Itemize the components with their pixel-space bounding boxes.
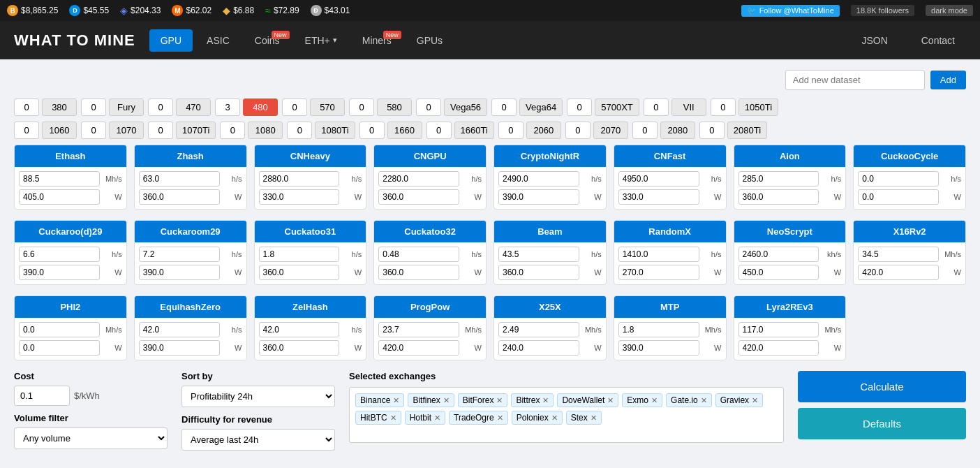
- nav-gpus[interactable]: GPUs: [406, 29, 454, 52]
- algo-hashrate-cryptonightr[interactable]: [498, 171, 579, 187]
- algo-hashrate-cuckarood29[interactable]: [19, 247, 100, 262]
- gpu-count-1050ti[interactable]: [711, 98, 736, 116]
- algo-header-progpow[interactable]: ProgPow: [374, 296, 486, 318]
- algo-power-cuckoo[interactable]: [858, 189, 939, 205]
- algo-header-cnheavy[interactable]: CNHeavy: [255, 145, 366, 167]
- nav-contact[interactable]: Contact: [910, 29, 966, 52]
- algo-hashrate-cuckoo[interactable]: [858, 171, 939, 187]
- remove-bitforex[interactable]: ✕: [496, 396, 503, 405]
- gpu-label-470[interactable]: 470: [176, 98, 211, 116]
- algo-hashrate-cngpu[interactable]: [378, 171, 459, 187]
- algo-power-mtp[interactable]: [618, 340, 699, 356]
- gpu-count-1060[interactable]: [14, 122, 39, 139]
- gpu-count-1070[interactable]: [81, 122, 106, 139]
- gpu-label-1070ti[interactable]: 1070Ti: [176, 122, 216, 139]
- gpu-count-1660ti[interactable]: [426, 122, 452, 139]
- gpu-label-vii[interactable]: VII: [671, 98, 706, 116]
- algo-power-progpow[interactable]: [378, 340, 459, 356]
- remove-graviex[interactable]: ✕: [752, 396, 758, 405]
- gpu-count-2070[interactable]: [565, 122, 591, 139]
- algo-header-equihashzero[interactable]: EquihashZero: [135, 296, 246, 318]
- algo-power-cuckatoo31[interactable]: [259, 265, 340, 280]
- remove-tradeogre[interactable]: ✕: [497, 414, 503, 423]
- gpu-count-2060[interactable]: [498, 122, 524, 139]
- algo-power-x25x[interactable]: [498, 340, 579, 356]
- nav-coins[interactable]: Coins New: [244, 29, 291, 52]
- algo-power-cryptonightr[interactable]: [498, 189, 579, 205]
- gpu-count-470[interactable]: [148, 98, 173, 116]
- algo-power-zhash[interactable]: [139, 189, 220, 205]
- algo-header-cryptonightr[interactable]: CryptoNightR: [494, 145, 606, 167]
- gpu-count-vii[interactable]: [644, 98, 669, 116]
- gpu-label-580[interactable]: 580: [377, 98, 412, 116]
- algo-power-cngpu[interactable]: [378, 189, 459, 205]
- remove-hotbit[interactable]: ✕: [434, 414, 440, 423]
- algo-header-cuckaroom29[interactable]: Cuckaroom29: [135, 221, 246, 242]
- algo-header-beam[interactable]: Beam: [494, 221, 606, 242]
- gpu-count-1070ti[interactable]: [148, 122, 173, 139]
- add-dataset-button[interactable]: Add: [930, 71, 966, 89]
- gpu-label-380[interactable]: 380: [42, 98, 77, 116]
- algo-power-cnfast[interactable]: [618, 189, 699, 205]
- algo-power-beam[interactable]: [498, 265, 579, 280]
- algo-hashrate-cnfast[interactable]: [618, 171, 699, 187]
- algo-power-x16rv2[interactable]: [858, 265, 939, 280]
- algo-header-cnfast[interactable]: CNFast: [614, 145, 726, 167]
- algo-header-cuckarood29[interactable]: Cuckaroo(d)29: [15, 221, 126, 242]
- algo-hashrate-x16rv2[interactable]: [858, 247, 939, 262]
- difficulty-select[interactable]: Average last 24h Current Average last 7d: [181, 429, 335, 451]
- algo-hashrate-aion[interactable]: [738, 171, 819, 187]
- gpu-count-580[interactable]: [349, 98, 374, 116]
- gpu-label-570[interactable]: 570: [310, 98, 345, 116]
- gpu-count-570[interactable]: [282, 98, 307, 116]
- nav-gpu[interactable]: GPU: [149, 29, 193, 52]
- algo-power-neoscrypt[interactable]: [738, 265, 819, 280]
- algo-header-x16rv2[interactable]: X16Rv2: [854, 221, 965, 242]
- gpu-count-fury[interactable]: [81, 98, 106, 116]
- algo-power-cuckatoo32[interactable]: [378, 265, 459, 280]
- dataset-input[interactable]: [785, 70, 925, 90]
- algo-power-phi2[interactable]: [19, 340, 100, 356]
- algo-hashrate-cnheavy[interactable]: [259, 171, 340, 187]
- algo-power-cnheavy[interactable]: [259, 189, 340, 205]
- algo-hashrate-lyra2rev3[interactable]: [738, 322, 819, 337]
- gpu-label-fury[interactable]: Fury: [109, 98, 144, 116]
- algo-hashrate-beam[interactable]: [498, 247, 579, 262]
- gpu-count-1080[interactable]: [220, 122, 245, 139]
- gpu-label-480[interactable]: 480: [243, 98, 278, 116]
- nav-miners[interactable]: Miners New: [351, 29, 403, 52]
- algo-hashrate-neoscrypt[interactable]: [738, 247, 819, 262]
- algo-header-x25x[interactable]: X25X: [494, 296, 606, 318]
- algo-hashrate-mtp[interactable]: [618, 322, 699, 337]
- cost-input[interactable]: [14, 386, 70, 406]
- algo-power-lyra2rev3[interactable]: [738, 340, 819, 356]
- gpu-count-1080ti[interactable]: [287, 122, 312, 139]
- remove-exmo[interactable]: ✕: [651, 396, 658, 405]
- algo-header-lyra2rev3[interactable]: Lyra2REv3: [734, 296, 846, 318]
- algo-power-cuckarood29[interactable]: [19, 265, 100, 280]
- algo-header-cuckatoo31[interactable]: Cuckatoo31: [255, 221, 366, 242]
- algo-hashrate-cuckaroom29[interactable]: [139, 247, 220, 262]
- algo-power-aion[interactable]: [738, 189, 819, 205]
- algo-header-cuckoo[interactable]: CuckooCycle: [854, 145, 965, 167]
- algo-header-randomx[interactable]: RandomX: [614, 221, 726, 242]
- defaults-button[interactable]: Defaults: [798, 408, 966, 439]
- gpu-count-1660[interactable]: [359, 122, 385, 139]
- gpu-count-vega56[interactable]: [416, 98, 441, 116]
- remove-bittrex[interactable]: ✕: [542, 396, 549, 405]
- remove-binance[interactable]: ✕: [393, 396, 399, 405]
- algo-power-randomx[interactable]: [618, 265, 699, 280]
- gpu-label-1060[interactable]: 1060: [42, 122, 77, 139]
- remove-poloniex[interactable]: ✕: [551, 414, 558, 423]
- gpu-count-480[interactable]: [215, 98, 240, 116]
- algo-header-neoscrypt[interactable]: NeoScrypt: [734, 221, 846, 242]
- algo-header-phi2[interactable]: PHI2: [15, 296, 126, 318]
- volume-select[interactable]: Any volume Low Medium High: [14, 427, 168, 449]
- gpu-count-2080ti[interactable]: [699, 122, 725, 139]
- algo-hashrate-x25x[interactable]: [498, 322, 579, 337]
- gpu-label-2070[interactable]: 2070: [593, 122, 628, 139]
- gpu-label-vega64[interactable]: Vega64: [519, 98, 563, 116]
- algo-hashrate-cuckatoo32[interactable]: [378, 247, 459, 262]
- algo-header-ethash[interactable]: Ethash: [15, 145, 126, 167]
- algo-header-zelhash[interactable]: ZelHash: [255, 296, 366, 318]
